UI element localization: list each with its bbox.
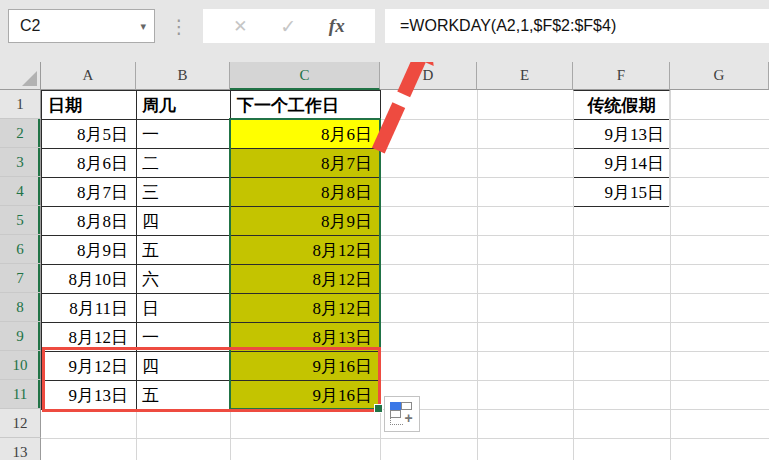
cell-b2[interactable]: 一: [137, 120, 231, 149]
cell-a8[interactable]: 8月11日: [42, 294, 137, 323]
cell-a7[interactable]: 8月10日: [42, 265, 137, 294]
formula-bar-row: C2 ▾ ⋮ ✕ ✓ fx =WORKDAY(A2,1,$F$2:$F$4): [0, 0, 769, 62]
cell-f2[interactable]: 9月13日: [574, 120, 669, 149]
autofill-white-square: [401, 402, 412, 410]
fill-handle[interactable]: [374, 404, 383, 413]
annotation-red-box: [42, 347, 381, 412]
row-header-9[interactable]: 9: [0, 322, 41, 351]
cancel-icon[interactable]: ✕: [233, 16, 247, 37]
row-header-7[interactable]: 7: [0, 264, 41, 293]
cell-a5[interactable]: 8月8日: [42, 207, 137, 236]
autofill-plus-icon: +: [403, 410, 414, 426]
autofill-dashed-border: [390, 418, 403, 425]
cell-b5[interactable]: 四: [137, 207, 231, 236]
insert-function-icon[interactable]: fx: [329, 15, 345, 37]
separator-dots-icon: ⋮: [172, 12, 186, 40]
confirm-icon[interactable]: ✓: [280, 15, 296, 38]
row-header-1[interactable]: 1: [0, 90, 41, 119]
select-all-triangle-icon: [22, 71, 37, 86]
cell-b6[interactable]: 五: [137, 236, 231, 265]
formula-text: =WORKDAY(A2,1,$F$2:$F$4): [400, 17, 616, 35]
gridline: [477, 90, 478, 460]
cell-a3[interactable]: 8月6日: [42, 149, 137, 178]
gridline: [670, 90, 671, 460]
column-header-b[interactable]: B: [136, 62, 230, 90]
column-header-g[interactable]: G: [670, 62, 769, 90]
formula-input[interactable]: =WORKDAY(A2,1,$F$2:$F$4): [385, 9, 769, 43]
cell-a2[interactable]: 8月5日: [42, 120, 137, 149]
row-header-8[interactable]: 8: [0, 293, 41, 322]
column-header-f[interactable]: F: [573, 62, 670, 90]
cell-f3[interactable]: 9月14日: [574, 149, 669, 178]
cell-a4[interactable]: 8月7日: [42, 178, 137, 207]
name-box[interactable]: C2 ▾: [8, 9, 155, 43]
name-box-value: C2: [20, 17, 140, 35]
cell-f4[interactable]: 9月15日: [574, 178, 669, 207]
autofill-options-button[interactable]: +: [384, 396, 420, 432]
select-all-corner[interactable]: [0, 62, 41, 90]
column-header-a[interactable]: A: [41, 62, 136, 90]
row-header-2[interactable]: 2: [0, 119, 41, 148]
row-header-3[interactable]: 3: [0, 148, 41, 177]
row-header-5[interactable]: 5: [0, 206, 41, 235]
cell-a1[interactable]: 日期: [42, 91, 137, 120]
row-header-6[interactable]: 6: [0, 235, 41, 264]
autofill-options-icon: +: [390, 402, 414, 426]
cell-a6[interactable]: 8月9日: [42, 236, 137, 265]
cell-b4[interactable]: 三: [137, 178, 231, 207]
row-header-13[interactable]: 13: [0, 438, 41, 460]
holiday-table: 传统假期 9月13日 9月14日 9月15日: [573, 90, 670, 207]
cell-b1[interactable]: 周几: [137, 91, 231, 120]
column-header-e[interactable]: E: [477, 62, 573, 90]
cell-b7[interactable]: 六: [137, 265, 231, 294]
name-box-dropdown-icon[interactable]: ▾: [140, 20, 146, 33]
autofill-white-square: [390, 410, 401, 418]
row-header-12[interactable]: 12: [0, 409, 41, 438]
formula-buttons: ✕ ✓ fx: [203, 9, 375, 43]
cell-b3[interactable]: 二: [137, 149, 231, 178]
excel-window: C2 ▾ ⋮ ✕ ✓ fx =WORKDAY(A2,1,$F$2:$F$4) A…: [0, 0, 769, 460]
row-header-11[interactable]: 11: [0, 380, 41, 409]
row-header-10[interactable]: 10: [0, 351, 41, 380]
gridline: [41, 438, 769, 439]
cell-b8[interactable]: 日: [137, 294, 231, 323]
cell-f1[interactable]: 传统假期: [574, 91, 669, 120]
autofill-blue-square: [390, 402, 401, 410]
row-header-4[interactable]: 4: [0, 177, 41, 206]
